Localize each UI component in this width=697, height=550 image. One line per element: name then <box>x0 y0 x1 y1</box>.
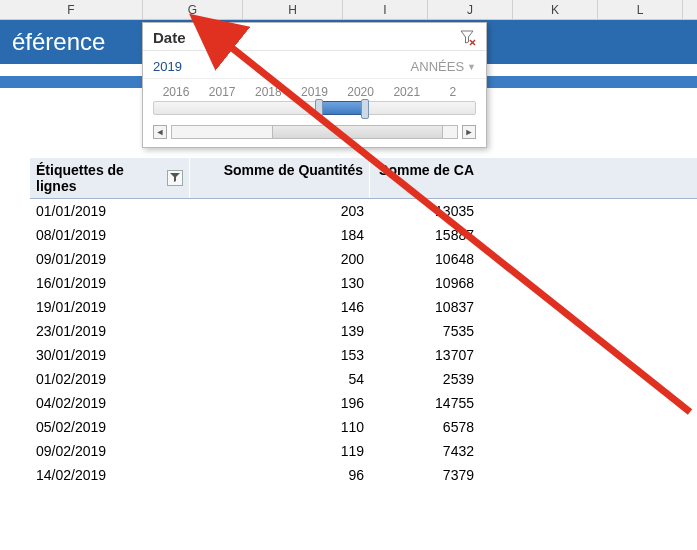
cell-qty: 110 <box>190 415 370 439</box>
column-header-ruler: FGHIJKL <box>0 0 697 20</box>
pivot-header-rowlabels: Étiquettes de lignes <box>30 158 190 198</box>
cell-qty: 203 <box>190 199 370 223</box>
timeline-title: Date <box>153 29 186 46</box>
cell-date: 01/01/2019 <box>30 199 190 223</box>
timeline-year-2016[interactable]: 2016 <box>153 85 199 99</box>
cell-date: 04/02/2019 <box>30 391 190 415</box>
pivot-body: 01/01/20192031303508/01/20191841588709/0… <box>30 199 697 487</box>
pivot-header-row: Étiquettes de lignes Somme de Quantités … <box>30 158 697 199</box>
pivot-header-ca: Somme de CA <box>370 158 480 198</box>
cell-date: 01/02/2019 <box>30 367 190 391</box>
column-header-J[interactable]: J <box>428 0 513 19</box>
cell-date: 09/02/2019 <box>30 439 190 463</box>
cell-ca: 14755 <box>370 391 480 415</box>
column-header-K[interactable]: K <box>513 0 598 19</box>
column-header-H[interactable]: H <box>243 0 343 19</box>
scroll-left-button[interactable]: ◄ <box>153 125 167 139</box>
clear-filter-button[interactable] <box>460 30 476 46</box>
timeline-track-bg <box>153 101 476 115</box>
column-header-G[interactable]: G <box>143 0 243 19</box>
column-header-I[interactable]: I <box>343 0 428 19</box>
timeline-subheader: 2019 ANNÉES ▼ <box>143 51 486 78</box>
timeline-selection-handle[interactable] <box>318 101 366 115</box>
timeline-year-2[interactable]: 2 <box>430 85 476 99</box>
cell-qty: 196 <box>190 391 370 415</box>
cell-date: 14/02/2019 <box>30 463 190 487</box>
row-filter-button[interactable] <box>167 170 183 186</box>
cell-date: 08/01/2019 <box>30 223 190 247</box>
table-row[interactable]: 09/01/201920010648 <box>30 247 697 271</box>
timeline-year-2021[interactable]: 2021 <box>384 85 430 99</box>
timeline-selected-period: 2019 <box>153 59 182 74</box>
timeline-year-2017[interactable]: 2017 <box>199 85 245 99</box>
cell-ca: 13707 <box>370 343 480 367</box>
table-row[interactable]: 09/02/20191197432 <box>30 439 697 463</box>
cell-date: 30/01/2019 <box>30 343 190 367</box>
cell-qty: 146 <box>190 295 370 319</box>
table-row[interactable]: 14/02/2019967379 <box>30 463 697 487</box>
cell-qty: 139 <box>190 319 370 343</box>
cell-date: 23/01/2019 <box>30 319 190 343</box>
cell-qty: 119 <box>190 439 370 463</box>
timeline-slicer[interactable]: Date 2019 ANNÉES ▼ 201620172018201920202… <box>142 22 487 148</box>
chevron-down-icon: ▼ <box>467 62 476 72</box>
cell-ca: 6578 <box>370 415 480 439</box>
cell-ca: 10837 <box>370 295 480 319</box>
cell-qty: 130 <box>190 271 370 295</box>
timeline-year-2020[interactable]: 2020 <box>338 85 384 99</box>
pivot-header-rowlabels-text: Étiquettes de lignes <box>36 162 167 194</box>
cell-ca: 7379 <box>370 463 480 487</box>
cell-qty: 54 <box>190 367 370 391</box>
cell-qty: 200 <box>190 247 370 271</box>
timeline-header: Date <box>143 23 486 51</box>
timeline-scrollbar: ◄ ► <box>143 121 486 147</box>
table-row[interactable]: 23/01/20191397535 <box>30 319 697 343</box>
table-row[interactable]: 19/01/201914610837 <box>30 295 697 319</box>
scroll-right-button[interactable]: ► <box>462 125 476 139</box>
timeline-unit-dropdown[interactable]: ANNÉES ▼ <box>411 59 476 74</box>
cell-ca: 2539 <box>370 367 480 391</box>
timeline-unit-label: ANNÉES <box>411 59 464 74</box>
table-row[interactable]: 01/01/201920313035 <box>30 199 697 223</box>
cell-date: 16/01/2019 <box>30 271 190 295</box>
column-header-F[interactable]: F <box>0 0 143 19</box>
table-row[interactable]: 16/01/201913010968 <box>30 271 697 295</box>
timeline-year-2018[interactable]: 2018 <box>245 85 291 99</box>
column-header-L[interactable]: L <box>598 0 683 19</box>
cell-ca: 10968 <box>370 271 480 295</box>
table-row[interactable]: 04/02/201919614755 <box>30 391 697 415</box>
pivot-header-qty: Somme de Quantités <box>190 158 370 198</box>
cell-date: 05/02/2019 <box>30 415 190 439</box>
funnel-icon <box>170 173 180 183</box>
table-row[interactable]: 05/02/20191106578 <box>30 415 697 439</box>
cell-date: 19/01/2019 <box>30 295 190 319</box>
timeline-year-labels: 2016201720182019202020212 <box>143 78 486 101</box>
funnel-clear-icon <box>460 30 476 46</box>
section-title-text: éférence <box>12 28 105 55</box>
cell-ca: 10648 <box>370 247 480 271</box>
timeline-year-2019[interactable]: 2019 <box>291 85 337 99</box>
table-row[interactable]: 01/02/2019542539 <box>30 367 697 391</box>
cell-qty: 153 <box>190 343 370 367</box>
scrollbar-track[interactable] <box>171 125 458 139</box>
table-row[interactable]: 30/01/201915313707 <box>30 343 697 367</box>
scrollbar-thumb[interactable] <box>272 126 443 138</box>
cell-qty: 96 <box>190 463 370 487</box>
cell-ca: 7535 <box>370 319 480 343</box>
cell-ca: 13035 <box>370 199 480 223</box>
timeline-track[interactable] <box>143 101 486 121</box>
cell-qty: 184 <box>190 223 370 247</box>
cell-ca: 7432 <box>370 439 480 463</box>
cell-date: 09/01/2019 <box>30 247 190 271</box>
pivot-table: Étiquettes de lignes Somme de Quantités … <box>30 158 697 487</box>
cell-ca: 15887 <box>370 223 480 247</box>
table-row[interactable]: 08/01/201918415887 <box>30 223 697 247</box>
